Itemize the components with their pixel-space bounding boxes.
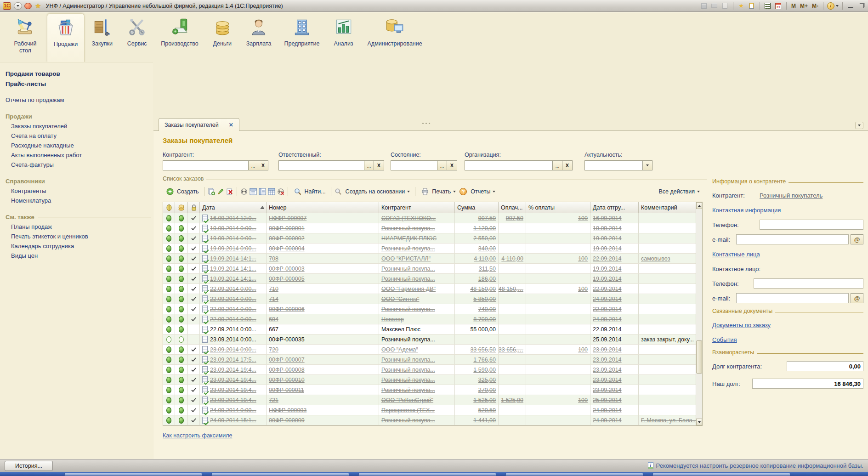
scroll-down-icon[interactable] xyxy=(696,419,702,425)
table-row[interactable]: 22.09.2014 0:00...667Максвел Плюс55 000,… xyxy=(163,324,697,334)
ribbon-tab-desktop[interactable]: Рабочий стол xyxy=(4,13,47,62)
send-email-icon[interactable]: @ xyxy=(851,234,863,244)
filter-select-icon[interactable]: ... xyxy=(364,160,374,170)
all-actions-button[interactable]: Все действия xyxy=(656,187,703,196)
send-contact-email-icon[interactable]: @ xyxy=(851,293,863,303)
ribbon-tab-service[interactable]: Сервис xyxy=(119,13,154,62)
maximize-button[interactable] xyxy=(857,2,865,10)
table-row[interactable]: 22.09.2014 0:00...714ООО "Синтез"5 850,0… xyxy=(163,294,697,304)
ribbon-tab-production[interactable]: Производство xyxy=(154,13,205,62)
print-button[interactable]: Печать xyxy=(418,186,459,197)
taskbar-button[interactable] xyxy=(652,473,790,476)
table-row[interactable]: 23.09.2014 0:00...00ФР-000035Розничный п… xyxy=(163,334,697,345)
table-row[interactable]: 24.09.2014 0:00...НФФР-000003Перекресток… xyxy=(163,405,697,415)
column-header-payment-icon[interactable] xyxy=(175,202,188,213)
filter-input[interactable] xyxy=(391,160,437,170)
sidebar-item[interactable]: Акты выполненных работ xyxy=(6,150,153,160)
taskbar-button[interactable] xyxy=(64,473,202,476)
table-row[interactable]: 19.09.2014 14:1...708ООО "КРИСТАЛЛ"4 110… xyxy=(163,254,697,264)
info-menu-caret-icon[interactable] xyxy=(836,5,839,7)
delete-icon[interactable] xyxy=(225,187,234,196)
phone-field[interactable] xyxy=(760,220,863,230)
clear-search-icon[interactable] xyxy=(334,187,343,196)
filter-input[interactable] xyxy=(163,160,248,170)
clear-interval-icon[interactable] xyxy=(276,187,285,196)
create-based-on-button[interactable]: Создать на основании xyxy=(343,187,413,196)
show-favorites-icon[interactable] xyxy=(748,2,756,10)
ribbon-tab-analysis[interactable]: Анализ xyxy=(326,13,361,62)
system-menu-icon[interactable] xyxy=(14,2,22,10)
table-row[interactable]: 19.09.2014 14:1...00ФР-000003Розничный п… xyxy=(163,264,697,274)
tab-close-icon[interactable]: ✕ xyxy=(229,122,233,128)
table-row[interactable]: 23.09.2014 19:4...00ФР-000008Розничный п… xyxy=(163,365,697,375)
app-logo-icon[interactable]: 1С xyxy=(3,2,11,10)
column-header[interactable]: Дата xyxy=(200,202,267,213)
calculator-icon[interactable] xyxy=(764,2,772,10)
table-row[interactable]: 23.09.2014 19:4...00ФР-000010Розничный п… xyxy=(163,375,697,385)
list-view-icon[interactable] xyxy=(258,187,267,196)
copy-icon[interactable] xyxy=(207,187,216,196)
taskbar-button[interactable] xyxy=(505,473,643,476)
find-button[interactable]: Найти... xyxy=(290,186,329,197)
history-button[interactable]: История... xyxy=(5,461,53,471)
column-header[interactable]: Номер xyxy=(267,202,379,213)
sidebar-item[interactable]: Планы продаж xyxy=(6,222,153,232)
sidebar-item[interactable]: Отчеты по продажам xyxy=(6,95,153,105)
column-header[interactable]: Контрагент xyxy=(379,202,455,213)
sidebar-item[interactable]: Расходные накладные xyxy=(6,141,153,150)
fax-setup-link[interactable]: Как настроить факсимиле xyxy=(163,432,233,439)
sidebar-item[interactable]: Заказы покупателей xyxy=(6,121,153,131)
sidebar-item[interactable]: Номенклатура xyxy=(6,196,153,205)
column-header[interactable]: Дата отгру... xyxy=(590,202,639,213)
table-row[interactable]: 23.09.2014 0:00...720ООО "Адема"33 656,5… xyxy=(163,345,697,355)
table-scrollbar[interactable] xyxy=(696,202,702,425)
status-message[interactable]: i Рекомендуется настроить резервное копи… xyxy=(648,462,863,469)
column-header[interactable]: % оплаты xyxy=(526,202,590,213)
add-favorite-icon[interactable]: ★ xyxy=(737,2,745,10)
create-button[interactable]: Создать xyxy=(163,186,202,197)
reports-button[interactable]: Отчеты xyxy=(468,187,498,196)
filter-select-icon[interactable]: ... xyxy=(437,160,447,170)
contact-info-link[interactable]: Контактная информация xyxy=(712,207,781,214)
ribbon-tab-purchases[interactable]: Закупки xyxy=(85,13,119,62)
memory-m-minus-button[interactable]: M- xyxy=(811,3,819,9)
tab-customer-orders[interactable]: Заказы покупателей ✕ xyxy=(159,118,239,131)
sidebar-item[interactable]: Контрагенты xyxy=(6,186,153,196)
table-row[interactable]: 19.09.2014 0:00...00ФР-000002НИАРМЕДИК П… xyxy=(163,233,697,244)
filter-clear-icon[interactable]: X xyxy=(562,160,573,170)
ribbon-tab-salary[interactable]: Зарплата xyxy=(240,13,278,62)
sidebar-item[interactable]: Печать этикеток и ценников xyxy=(6,232,153,241)
table-row[interactable]: 23.09.2014 19:4...721ООО "РеКонСтрой"1 5… xyxy=(163,395,697,405)
filter-dropdown-icon[interactable] xyxy=(642,160,652,170)
tab-list-button[interactable] xyxy=(855,122,863,129)
set-interval-icon[interactable] xyxy=(239,187,249,196)
filter-select-icon[interactable]: ... xyxy=(552,160,562,170)
sidebar-item[interactable]: Виды цен xyxy=(6,251,153,261)
calendar-icon[interactable]: 31 xyxy=(774,2,783,10)
table-row[interactable]: 19.09.2014 0:00...00ФР-000004Розничный п… xyxy=(163,244,697,254)
sidebar-item[interactable]: Счета на оплату xyxy=(6,131,153,141)
filter-clear-icon[interactable]: X xyxy=(447,160,457,170)
table-row[interactable]: 16.09.2014 12:0...НФФР-000007СОГАЗ (ТЕХН… xyxy=(163,213,697,223)
memory-m-button[interactable]: M xyxy=(790,3,797,9)
table-row[interactable]: 19.09.2014 14:1...00ФР-000005Розничный п… xyxy=(163,274,697,284)
scroll-up-icon[interactable] xyxy=(696,202,702,209)
column-header[interactable]: Оплач... xyxy=(499,202,526,213)
sidebar-item[interactable]: Календарь сотрудника xyxy=(6,241,153,251)
hierarchy-view-icon[interactable] xyxy=(249,187,258,196)
contragent-value-link[interactable]: Розничный покупатель xyxy=(760,192,823,199)
contact-phone-field[interactable] xyxy=(754,278,863,289)
filter-input[interactable] xyxy=(584,160,642,170)
table-view-icon[interactable] xyxy=(267,187,276,196)
table-row[interactable]: 24.09.2014 15:1...00ФР-000009Розничный п… xyxy=(163,415,697,425)
ribbon-tab-enterprise[interactable]: Предприятие xyxy=(278,13,326,62)
contact-email-field[interactable] xyxy=(736,293,849,303)
ribbon-tab-administration[interactable]: Администрирование xyxy=(361,13,429,62)
taskbar-button[interactable] xyxy=(211,473,349,476)
favorites-star-icon[interactable]: ★ xyxy=(35,2,41,10)
memory-m-plus-button[interactable]: M+ xyxy=(799,3,809,9)
events-link[interactable]: События xyxy=(712,336,737,343)
filter-input[interactable] xyxy=(278,160,364,170)
column-header-state-icon[interactable] xyxy=(163,202,175,213)
scroll-thumb[interactable] xyxy=(696,340,702,374)
